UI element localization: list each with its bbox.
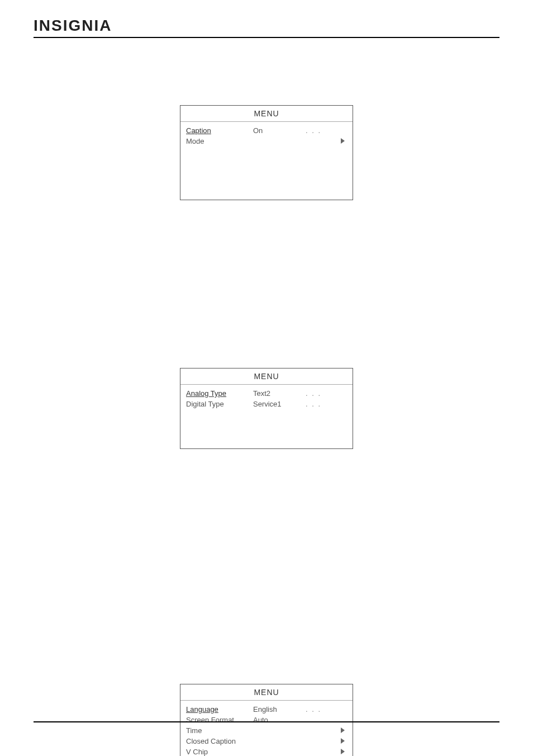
submenu-icon xyxy=(341,138,345,144)
row-value: Auto xyxy=(253,716,303,724)
row-tri xyxy=(338,137,347,145)
menu-row-closed-caption[interactable]: Closed Caption xyxy=(186,736,347,746)
menu-row-analog[interactable]: Analog Type Text2 . . . xyxy=(186,388,347,399)
row-label: Caption xyxy=(186,126,253,135)
menu-row-digital[interactable]: Digital Type Service1 . . . xyxy=(186,399,347,409)
menu-box-settings: MENU Language English . . . Screen Forma… xyxy=(180,684,353,756)
menu-box-caption: MENU Caption On . . . Mode xyxy=(180,105,353,200)
menu-row-language[interactable]: Language English . . . xyxy=(186,704,347,715)
menu-row-mode[interactable]: Mode xyxy=(186,136,347,147)
footer-rule xyxy=(34,721,499,722)
row-value: Text2 xyxy=(253,389,303,398)
menu-box-type: MENU Analog Type Text2 . . . Digital Typ… xyxy=(180,368,353,449)
menu-row-caption[interactable]: Caption On . . . xyxy=(186,125,347,136)
menu-title: MENU xyxy=(180,684,353,701)
row-dots: . . . xyxy=(306,705,321,714)
menu-row-screen-format[interactable]: Screen Format Auto . . . xyxy=(186,715,347,725)
row-label: Analog Type xyxy=(186,389,253,398)
row-dots: . . . xyxy=(306,716,321,724)
menu-body: Caption On . . . Mode xyxy=(180,122,353,158)
row-label: Screen Format xyxy=(186,716,253,724)
menu-row-time[interactable]: Time xyxy=(186,725,347,736)
menu-title: MENU xyxy=(180,368,353,385)
submenu-icon xyxy=(341,738,345,744)
header-rule xyxy=(34,37,499,38)
row-label: Language xyxy=(186,705,253,714)
menu-body: Language English . . . Screen Format Aut… xyxy=(180,701,353,756)
brand-label: INSIGNIA xyxy=(34,17,112,35)
menu-row-vchip[interactable]: V Chip xyxy=(186,746,347,756)
row-tri xyxy=(338,726,347,735)
submenu-icon xyxy=(341,727,345,733)
row-value: English xyxy=(253,705,303,714)
row-value: Service1 xyxy=(253,400,303,408)
row-dots: . . . xyxy=(306,126,321,135)
row-label: Digital Type xyxy=(186,400,253,408)
row-label: Closed Caption xyxy=(186,737,253,745)
submenu-icon xyxy=(341,749,345,754)
menu-title: MENU xyxy=(180,106,353,122)
row-value: On xyxy=(253,126,303,135)
row-tri xyxy=(338,748,347,756)
row-label: V Chip xyxy=(186,748,253,756)
row-label: Mode xyxy=(186,137,253,145)
menu-body: Analog Type Text2 . . . Digital Type Ser… xyxy=(180,385,353,420)
row-tri xyxy=(338,737,347,745)
row-dots: . . . xyxy=(306,389,321,398)
row-label: Time xyxy=(186,726,253,735)
row-dots: . . . xyxy=(306,400,321,408)
